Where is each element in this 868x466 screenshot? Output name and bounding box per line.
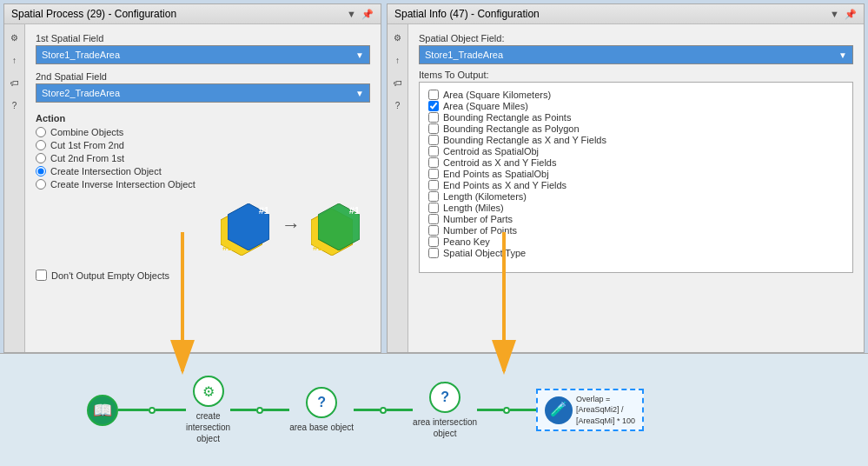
item-area-miles[interactable]: Area (Square Miles) — [428, 101, 844, 111]
action-create-intersection[interactable]: Create Intersection Object — [36, 166, 370, 176]
item-num-parts[interactable]: Number of Parts — [428, 214, 844, 224]
left-panel-content: 1st Spatial Field Store1_TradeArea ▼ 2nd… — [25, 24, 381, 352]
node-overlap-box[interactable]: 🧪 Overlap =[AreaSqMi2] /[AreaSqMi] * 100 — [536, 389, 644, 432]
action-radio-group: Combine Objects Cut 1st From 2nd Cut 2nd… — [36, 127, 370, 190]
flask-icon: 🧪 — [545, 396, 573, 424]
left-panel-titlebar: Spatial Process (29) - Configuration ▼ 📌 — [4, 4, 381, 24]
spatial-field-dropdown-arrow: ▼ — [838, 50, 847, 60]
tag-icon[interactable]: 🏷 — [7, 75, 23, 90]
field1-value: Store1_TradeArea — [42, 50, 120, 60]
right-panel: Spatial Info (47) - Configuration ▼ 📌 ⚙ … — [387, 3, 865, 353]
right-minimize-icon[interactable]: ▼ — [830, 9, 839, 20]
node-spatial-process-wrap: ⚙ createintersectionobject — [186, 376, 230, 444]
item-endpoints-spatial[interactable]: End Points as SpatialObj — [428, 169, 844, 179]
area-intersection-icon: ? — [441, 389, 449, 405]
item-bounding-polygon[interactable]: Bounding Rectangle as Polygon — [428, 123, 844, 134]
pin-icon[interactable]: 📌 — [361, 9, 374, 20]
action-create-inverse[interactable]: Create Inverse Intersection Object — [36, 179, 370, 190]
dont-output-label: Don't Output Empty Objects — [51, 270, 169, 281]
item-spatial-type[interactable]: Spatial Object Type — [428, 248, 844, 258]
node-book[interactable]: 📖 — [87, 395, 118, 426]
workflow-area: 📖 ⚙ createintersectionobject ? area base… — [0, 353, 868, 466]
item-bounding-points[interactable]: Bounding Rectangle as Points — [428, 112, 844, 123]
field1-section: 1st Spatial Field Store1_TradeArea ▼ — [36, 33, 370, 64]
field1-dropdown[interactable]: Store1_TradeArea ▼ — [36, 45, 370, 64]
right-tag-icon[interactable]: 🏷 — [390, 75, 406, 90]
connector-4 — [263, 409, 289, 411]
right-gear-icon[interactable]: ⚙ — [390, 30, 406, 45]
minimize-icon[interactable]: ▼ — [347, 9, 356, 20]
dot-3 — [380, 407, 387, 414]
arrow-between-hexes: → — [282, 214, 301, 236]
field2-dropdown[interactable]: Store2_TradeArea ▼ — [36, 83, 370, 103]
right-up-icon[interactable]: ↑ — [390, 52, 406, 68]
dont-output-checkbox[interactable] — [36, 270, 47, 281]
spatial-field-value: Store1_TradeArea — [425, 50, 503, 60]
item-length-km[interactable]: Length (Kilometers) — [428, 191, 844, 202]
help-icon[interactable]: ? — [7, 97, 23, 113]
spatial-process-icon: ⚙ — [202, 383, 215, 400]
node-area-base[interactable]: ? — [306, 387, 337, 418]
dont-output-section: Don't Output Empty Objects — [36, 270, 370, 281]
item-length-miles[interactable]: Length (Miles) — [428, 203, 844, 213]
node-area-intersection-wrap: ? area intersectionobject — [413, 382, 477, 439]
node-area-base-wrap: ? area base object — [289, 387, 354, 433]
spatial-field-section: Spatial Object Field: Store1_TradeArea ▼ — [419, 33, 853, 64]
node-overlap-wrap: 🧪 Overlap =[AreaSqMi2] /[AreaSqMi] * 100 — [536, 389, 644, 432]
dot-4 — [503, 407, 510, 414]
action-label: Action — [36, 113, 370, 123]
dot-1 — [149, 407, 156, 414]
node-book-wrap: 📖 — [87, 395, 118, 426]
item-peano-key[interactable]: Peano Key — [428, 236, 844, 247]
num1-left: #1 — [259, 205, 269, 216]
node-area-base-label: area base object — [289, 422, 354, 433]
num2-right: #2 — [313, 242, 323, 252]
field1-label: 1st Spatial Field — [36, 33, 370, 43]
right-help-icon[interactable]: ? — [390, 97, 406, 113]
node-spatial-process-label: createintersectionobject — [186, 410, 230, 444]
connector-1 — [118, 409, 149, 411]
field2-dropdown-arrow: ▼ — [355, 89, 364, 98]
right-panel-title: Spatial Info (47) - Configuration — [394, 8, 540, 20]
left-panel-title: Spatial Process (29) - Configuration — [11, 8, 176, 20]
item-endpoints-xy[interactable]: End Points as X and Y Fields — [428, 180, 844, 190]
num1-right: #1 — [349, 205, 360, 216]
left-panel-icons: ⚙ ↑ 🏷 ? — [4, 24, 25, 352]
node-area-intersection-label: area intersectionobject — [413, 416, 477, 439]
items-to-output-section: Items To Output: Area (Square Kilometers… — [419, 70, 853, 273]
connector-2 — [156, 409, 186, 411]
items-to-output-label: Items To Output: — [419, 70, 853, 80]
node-area-intersection[interactable]: ? — [429, 382, 461, 413]
up-arrow-icon[interactable]: ↑ — [7, 52, 23, 68]
action-combine[interactable]: Combine Objects — [36, 127, 370, 137]
item-bounding-xy[interactable]: Bounding Rectangle as X and Y Fields — [428, 135, 844, 145]
item-num-points[interactable]: Number of Points — [428, 225, 844, 236]
spatial-field-dropdown[interactable]: Store1_TradeArea ▼ — [419, 45, 853, 64]
item-centroid-spatial[interactable]: Centroid as SpatialObj — [428, 146, 844, 156]
right-pin-icon[interactable]: 📌 — [845, 9, 857, 20]
overlap-formula: Overlap =[AreaSqMi2] /[AreaSqMi] * 100 — [576, 394, 635, 427]
field2-section: 2nd Spatial Field Store2_TradeArea ▼ — [36, 71, 370, 103]
action-cut2from1[interactable]: Cut 2nd From 1st — [36, 153, 370, 163]
connector-6 — [387, 409, 413, 411]
action-section: Action Combine Objects Cut 1st From 2nd … — [36, 113, 370, 190]
field2-value: Store2_TradeArea — [42, 88, 120, 98]
right-panel-titlebar: Spatial Info (47) - Configuration ▼ 📌 — [388, 4, 864, 24]
connector-7 — [477, 409, 503, 411]
connector-8 — [510, 409, 536, 411]
left-panel: Spatial Process (29) - Configuration ▼ 📌… — [3, 3, 381, 353]
gear-icon[interactable]: ⚙ — [7, 30, 23, 45]
item-area-km[interactable]: Area (Square Kilometers) — [428, 90, 844, 100]
field2-label: 2nd Spatial Field — [36, 71, 370, 82]
spatial-field-label: Spatial Object Field: — [419, 33, 853, 43]
num2-left: #2 — [222, 242, 233, 252]
items-list-container[interactable]: Area (Square Kilometers) Area (Square Mi… — [419, 82, 853, 273]
area-base-icon: ? — [317, 395, 326, 410]
right-panel-content: Spatial Object Field: Store1_TradeArea ▼… — [408, 24, 864, 352]
field1-dropdown-arrow: ▼ — [355, 50, 364, 60]
item-centroid-xy[interactable]: Centroid as X and Y Fields — [428, 157, 844, 168]
items-list: Area (Square Kilometers) Area (Square Mi… — [423, 86, 849, 262]
node-spatial-process[interactable]: ⚙ — [193, 376, 224, 407]
right-panel-left-icons: ⚙ ↑ 🏷 ? — [388, 24, 408, 352]
action-cut1from2[interactable]: Cut 1st From 2nd — [36, 140, 370, 150]
